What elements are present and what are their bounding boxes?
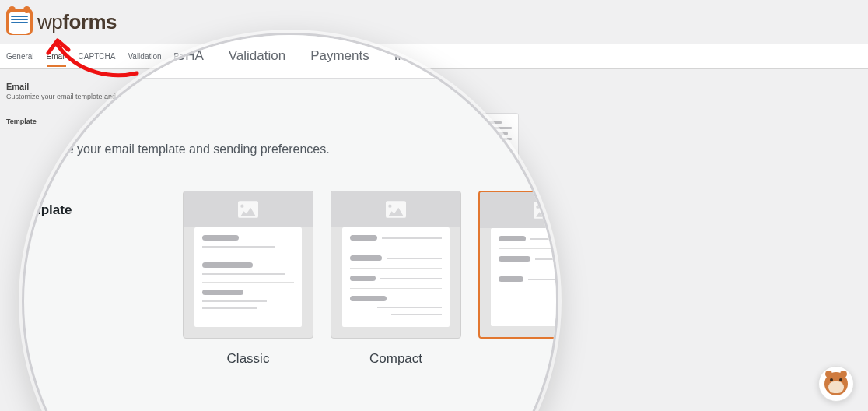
section-title: Email — [22, 110, 558, 132]
tab-validation-zoom[interactable]: Validation — [229, 48, 285, 64]
template-classic-wrap: Classic — [183, 191, 313, 367]
template-field-label: Template — [22, 191, 183, 218]
site-header: wpforms — [0, 0, 868, 44]
settings-tabs-small: General Email CAPTCHA Validation Payment… — [0, 44, 868, 69]
image-placeholder-icon — [331, 191, 460, 227]
template-classic-label: Classic — [227, 351, 270, 367]
template-compact-label: Compact — [369, 351, 422, 367]
wpforms-logo-icon — [6, 9, 33, 35]
wpforms-logo-text: wpforms — [37, 10, 117, 34]
tab-email[interactable]: Email — [47, 52, 66, 61]
tab-payments-zoom[interactable]: Payments — [310, 48, 369, 64]
template-card-classic[interactable] — [183, 191, 313, 339]
bear-mascot-icon — [824, 372, 848, 395]
tab-captcha[interactable]: CAPTCHA — [79, 52, 116, 61]
help-widget-button[interactable] — [818, 366, 854, 402]
template-compact-wrap: Compact — [331, 191, 461, 367]
template-cards: Classic — [183, 191, 558, 367]
template-card-compact[interactable] — [331, 191, 461, 339]
tab-validation[interactable]: Validation — [128, 52, 161, 61]
tab-general[interactable]: General — [6, 52, 34, 61]
section-description: Customize your email template and sendin… — [22, 142, 558, 156]
image-placeholder-icon — [184, 191, 313, 227]
